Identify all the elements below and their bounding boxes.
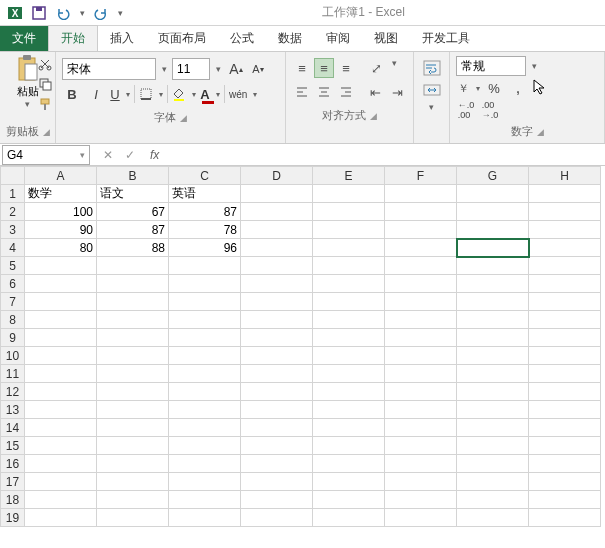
column-header-F[interactable]: F [385,167,457,185]
cell-G5[interactable] [457,257,529,275]
cut-icon[interactable] [37,56,53,72]
cell-G15[interactable] [457,437,529,455]
cell-H12[interactable] [529,383,601,401]
cell-A19[interactable] [25,509,97,527]
cell-E14[interactable] [313,419,385,437]
align-launcher-icon[interactable]: ◢ [370,111,377,121]
tab-开发工具[interactable]: 开发工具 [410,26,482,51]
cell-D7[interactable] [241,293,313,311]
cell-D1[interactable] [241,185,313,203]
font-name-select[interactable]: 宋体 [62,58,156,80]
border-button[interactable] [139,84,163,104]
cell-F13[interactable] [385,401,457,419]
cell-E18[interactable] [313,491,385,509]
cell-E12[interactable] [313,383,385,401]
cell-F17[interactable] [385,473,457,491]
cell-G11[interactable] [457,365,529,383]
cell-H15[interactable] [529,437,601,455]
row-header-3[interactable]: 3 [1,221,25,239]
cell-H2[interactable] [529,203,601,221]
cell-C6[interactable] [169,275,241,293]
align-left-icon[interactable] [292,82,312,102]
cell-F7[interactable] [385,293,457,311]
cell-E15[interactable] [313,437,385,455]
cell-C3[interactable]: 78 [169,221,241,239]
cell-A16[interactable] [25,455,97,473]
cancel-formula-icon[interactable]: ✕ [100,148,116,162]
column-header-A[interactable]: A [25,167,97,185]
cell-G16[interactable] [457,455,529,473]
fill-color-button[interactable] [172,84,196,104]
cell-G12[interactable] [457,383,529,401]
cell-F5[interactable] [385,257,457,275]
cell-G3[interactable] [457,221,529,239]
cell-F15[interactable] [385,437,457,455]
redo-dropdown[interactable]: ▾ [114,2,126,24]
cell-D8[interactable] [241,311,313,329]
tab-开始[interactable]: 开始 [48,25,98,51]
undo-icon[interactable] [52,2,74,24]
tab-数据[interactable]: 数据 [266,26,314,51]
cell-B6[interactable] [97,275,169,293]
cell-G10[interactable] [457,347,529,365]
tab-插入[interactable]: 插入 [98,26,146,51]
cell-D15[interactable] [241,437,313,455]
align-center-icon[interactable] [314,82,334,102]
row-header-2[interactable]: 2 [1,203,25,221]
comma-format-icon[interactable]: , [508,78,528,98]
redo-icon[interactable] [90,2,112,24]
undo-dropdown[interactable]: ▾ [76,2,88,24]
cell-E7[interactable] [313,293,385,311]
cell-G19[interactable] [457,509,529,527]
cell-C1[interactable]: 英语 [169,185,241,203]
excel-icon[interactable]: X [4,2,26,24]
cell-C14[interactable] [169,419,241,437]
cell-C10[interactable] [169,347,241,365]
cell-B12[interactable] [97,383,169,401]
cell-D11[interactable] [241,365,313,383]
cell-H13[interactable] [529,401,601,419]
cell-C11[interactable] [169,365,241,383]
cell-B13[interactable] [97,401,169,419]
cell-E16[interactable] [313,455,385,473]
cell-A14[interactable] [25,419,97,437]
cell-F4[interactable] [385,239,457,257]
orientation-icon[interactable]: ⤢ [366,58,386,78]
cell-G18[interactable] [457,491,529,509]
cell-F6[interactable] [385,275,457,293]
cell-B10[interactable] [97,347,169,365]
cell-C13[interactable] [169,401,241,419]
number-format-select[interactable]: 常规 [456,56,526,76]
decrease-decimal-icon[interactable]: .00→.0 [480,100,500,120]
row-header-1[interactable]: 1 [1,185,25,203]
cell-D5[interactable] [241,257,313,275]
accounting-format-icon[interactable]: ￥ [456,78,480,98]
cell-F8[interactable] [385,311,457,329]
tab-视图[interactable]: 视图 [362,26,410,51]
save-icon[interactable] [28,2,50,24]
cell-B17[interactable] [97,473,169,491]
cell-F18[interactable] [385,491,457,509]
row-header-17[interactable]: 17 [1,473,25,491]
cell-G4[interactable] [457,239,529,257]
cell-A8[interactable] [25,311,97,329]
cell-B18[interactable] [97,491,169,509]
cell-E11[interactable] [313,365,385,383]
number-launcher-icon[interactable]: ◢ [537,127,544,137]
font-name-dropdown-icon[interactable]: ▾ [158,64,170,74]
cell-A10[interactable] [25,347,97,365]
cell-G1[interactable] [457,185,529,203]
cell-F9[interactable] [385,329,457,347]
cell-G14[interactable] [457,419,529,437]
cell-A15[interactable] [25,437,97,455]
cell-G8[interactable] [457,311,529,329]
cell-H4[interactable] [529,239,601,257]
cell-B2[interactable]: 67 [97,203,169,221]
cell-B11[interactable] [97,365,169,383]
cell-F19[interactable] [385,509,457,527]
tab-页面布局[interactable]: 页面布局 [146,26,218,51]
merge-dropdown-icon[interactable]: ▾ [426,102,438,112]
format-painter-icon[interactable] [37,96,53,112]
cell-E19[interactable] [313,509,385,527]
column-header-H[interactable]: H [529,167,601,185]
